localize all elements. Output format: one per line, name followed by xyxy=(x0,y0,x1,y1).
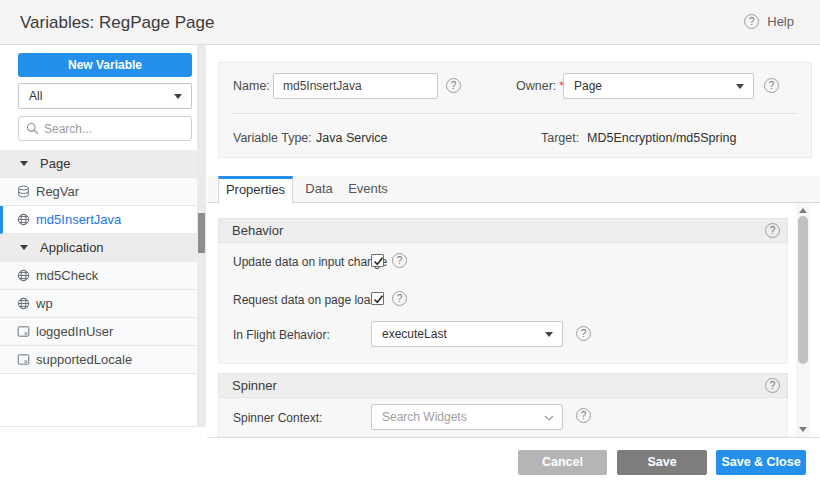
in-flight-behavior-label: In Flight Behavior: xyxy=(233,326,330,344)
tree-item-label: RegVar xyxy=(36,184,79,199)
update-data-label: Update data on input change xyxy=(233,253,387,271)
scroll-down-icon[interactable] xyxy=(799,427,807,432)
help-label: Help xyxy=(767,14,794,29)
service-variable-icon xyxy=(17,297,30,310)
request-data-checkbox[interactable] xyxy=(371,292,384,305)
dropdown-arrow-icon xyxy=(545,332,553,337)
spinner-help-icon[interactable] xyxy=(765,378,780,393)
target-label: Target: xyxy=(541,125,579,151)
tree-item-regvar[interactable]: RegVar xyxy=(0,178,197,206)
variable-info-card: Name:* Owner:* Page Variable Type: Java … xyxy=(218,62,812,158)
search-input[interactable] xyxy=(44,122,184,136)
spinner-section-header: Spinner xyxy=(218,373,788,398)
update-data-help-icon[interactable] xyxy=(392,253,407,268)
spinner-context-label: Spinner Context: xyxy=(233,409,322,427)
tab-events[interactable]: Events xyxy=(341,176,395,203)
tree-item-label: loggedInUser xyxy=(36,324,113,339)
save-button[interactable]: Save xyxy=(617,450,707,475)
checkmark-icon xyxy=(372,293,385,306)
tree-item-md5insertjava[interactable]: md5InsertJava xyxy=(0,206,197,234)
card-divider xyxy=(233,113,797,114)
tree-item-loggedinuser[interactable]: loggedInUser xyxy=(0,318,197,346)
tab-data[interactable]: Data xyxy=(297,176,341,203)
sidebar-divider xyxy=(0,426,197,427)
spinner-context-combobox[interactable]: Search Widgets xyxy=(371,404,563,430)
variable-search-box xyxy=(18,116,192,141)
checkmark-icon xyxy=(372,255,385,268)
tree-item-label: md5InsertJava xyxy=(36,212,121,227)
behavior-section-header: Behavior xyxy=(218,218,788,243)
sidebar-scrollbar-thumb[interactable] xyxy=(198,213,205,253)
in-flight-behavior-value: executeLast xyxy=(382,327,447,341)
tree-item-md5check[interactable]: md5Check xyxy=(0,262,197,290)
spinner-context-placeholder: Search Widgets xyxy=(382,410,467,424)
dropdown-arrow-icon xyxy=(736,84,744,89)
static-variable-icon xyxy=(17,325,30,338)
tree-item-label: wp xyxy=(36,296,53,311)
variables-sidebar: New Variable All Page R xyxy=(0,45,207,487)
spinner-section-title: Spinner xyxy=(232,374,277,398)
service-variable-icon xyxy=(17,213,30,226)
variable-filter-select[interactable]: All xyxy=(18,83,192,109)
variable-type-label: Variable Type: xyxy=(233,125,312,151)
behavior-section-body: Update data on input change Request data… xyxy=(218,243,788,364)
dropdown-arrow-icon xyxy=(174,94,182,99)
variable-filter-value: All xyxy=(29,89,42,103)
service-variable-icon xyxy=(17,269,30,282)
owner-help-icon[interactable] xyxy=(764,78,779,93)
owner-label: Owner:* xyxy=(516,73,564,99)
sidebar-scrollbar[interactable] xyxy=(197,45,206,427)
search-icon xyxy=(26,122,39,135)
page-title: Variables: RegPage Page xyxy=(20,0,214,45)
behavior-section-title: Behavior xyxy=(232,219,283,243)
variables-tree: Page RegVar md5InsertJava xyxy=(0,150,197,374)
in-flight-help-icon[interactable] xyxy=(576,326,591,341)
help-icon xyxy=(744,14,759,29)
name-label: Name:* xyxy=(233,73,278,99)
content-scrollbar-thumb[interactable] xyxy=(798,216,808,364)
tree-item-label: md5Check xyxy=(36,268,98,283)
tree-item-label: supportedLocale xyxy=(36,352,132,367)
tree-group-page[interactable]: Page xyxy=(0,150,197,178)
spinner-section-body: Spinner Context: Search Widgets xyxy=(218,398,788,437)
owner-select[interactable]: Page xyxy=(563,73,754,99)
content-scrollbar[interactable] xyxy=(796,203,810,437)
in-flight-behavior-select[interactable]: executeLast xyxy=(371,321,563,347)
tree-item-supportedlocale[interactable]: supportedLocale xyxy=(0,346,197,374)
spinner-context-help-icon[interactable] xyxy=(576,408,591,423)
cancel-button[interactable]: Cancel xyxy=(518,450,607,475)
target-value: MD5Encryption/md5Spring xyxy=(587,125,736,151)
static-variable-icon xyxy=(17,353,30,366)
help-button[interactable]: Help xyxy=(744,14,794,29)
behavior-help-icon[interactable] xyxy=(765,223,780,238)
variables-dialog: Variables: RegPage Page Help New Variabl… xyxy=(0,0,820,487)
collapse-triangle-icon xyxy=(20,161,28,166)
tab-bar: Properties Data Events xyxy=(207,176,820,203)
database-variable-icon xyxy=(17,185,30,198)
dialog-header: Variables: RegPage Page Help xyxy=(0,0,820,45)
scroll-up-icon[interactable] xyxy=(799,208,807,213)
tab-properties[interactable]: Properties xyxy=(218,176,293,204)
content-divider xyxy=(207,437,820,438)
name-input[interactable] xyxy=(273,73,438,99)
owner-value: Page xyxy=(574,79,602,93)
tree-group-application[interactable]: Application xyxy=(0,234,197,262)
update-data-checkbox[interactable] xyxy=(371,254,384,267)
request-data-help-icon[interactable] xyxy=(392,291,407,306)
tree-item-wp[interactable]: wp xyxy=(0,290,197,318)
collapse-triangle-icon xyxy=(20,245,28,250)
name-help-icon[interactable] xyxy=(446,78,461,93)
variable-type-value: Java Service xyxy=(316,125,388,151)
save-and-close-button[interactable]: Save & Close xyxy=(716,450,806,475)
new-variable-button[interactable]: New Variable xyxy=(18,53,192,77)
tree-group-label: Application xyxy=(40,240,104,255)
chevron-down-icon xyxy=(544,415,554,421)
request-data-label: Request data on page load xyxy=(233,291,377,309)
tree-group-label: Page xyxy=(40,156,70,171)
